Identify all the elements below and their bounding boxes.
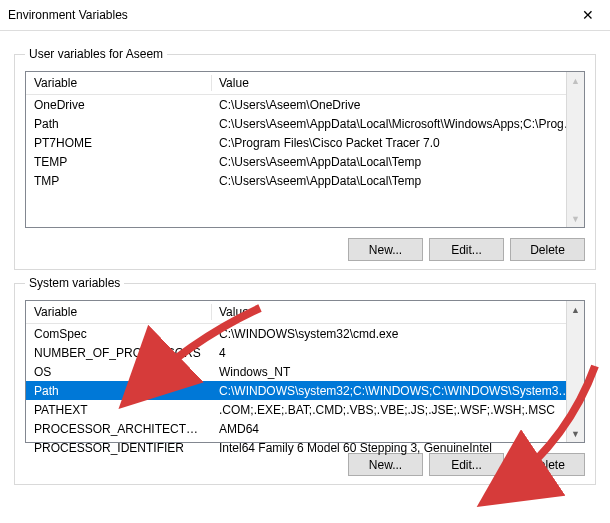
scrollbar[interactable]: ▲ ▼ — [566, 72, 584, 227]
scroll-up-icon: ▲ — [567, 301, 584, 318]
scroll-up-icon: ▲ — [567, 72, 584, 89]
window-title: Environment Variables — [8, 8, 565, 22]
variable-name: ComSpec — [26, 324, 211, 344]
scroll-down-icon: ▼ — [567, 210, 584, 227]
variable-name: Path — [26, 381, 211, 400]
variable-name: TMP — [26, 171, 211, 190]
table-row[interactable]: PATHEXT.COM;.EXE;.BAT;.CMD;.VBS;.VBE;.JS… — [26, 400, 584, 419]
variable-value: C:\Users\Aseem\OneDrive — [211, 95, 584, 115]
variable-value: .COM;.EXE;.BAT;.CMD;.VBS;.VBE;.JS;.JSE;.… — [211, 400, 584, 419]
variable-name: NUMBER_OF_PROCESSORS — [26, 343, 211, 362]
variable-name: TEMP — [26, 152, 211, 171]
variable-value: C:\Users\Aseem\AppData\Local\Temp — [211, 171, 584, 190]
table-row[interactable]: OneDriveC:\Users\Aseem\OneDrive — [26, 95, 584, 115]
variable-value: Windows_NT — [211, 362, 584, 381]
system-variables-legend: System variables — [25, 276, 124, 290]
user-edit-button[interactable]: Edit... — [429, 238, 504, 261]
title-bar: Environment Variables ✕ — [0, 0, 610, 31]
variable-value: Intel64 Family 6 Model 60 Stepping 3, Ge… — [211, 438, 584, 457]
dialog-client: User variables for Aseem Variable Value … — [0, 31, 610, 499]
variable-value: 4 — [211, 343, 584, 362]
user-variables-listview[interactable]: Variable Value OneDriveC:\Users\Aseem\On… — [25, 71, 585, 228]
variable-value: C:\WINDOWS\system32\cmd.exe — [211, 324, 584, 344]
user-new-button[interactable]: New... — [348, 238, 423, 261]
table-row[interactable]: ComSpecC:\WINDOWS\system32\cmd.exe — [26, 324, 584, 344]
table-row[interactable]: PT7HOMEC:\Program Files\Cisco Packet Tra… — [26, 133, 584, 152]
table-row[interactable]: PROCESSOR_IDENTIFIERIntel64 Family 6 Mod… — [26, 438, 584, 457]
variable-name: PATHEXT — [26, 400, 211, 419]
variable-name: OneDrive — [26, 95, 211, 115]
table-row[interactable]: PathC:\Users\Aseem\AppData\Local\Microso… — [26, 114, 584, 133]
user-buttons-row: New... Edit... Delete — [25, 238, 585, 261]
table-row[interactable]: PathC:\WINDOWS\system32;C:\WINDOWS;C:\WI… — [26, 381, 584, 400]
variable-value: C:\Users\Aseem\AppData\Local\Microsoft\W… — [211, 114, 584, 133]
column-header-value[interactable]: Value — [211, 301, 584, 324]
variable-value: C:\Users\Aseem\AppData\Local\Temp — [211, 152, 584, 171]
variable-name: Path — [26, 114, 211, 133]
table-row[interactable]: PROCESSOR_ARCHITECTUREAMD64 — [26, 419, 584, 438]
scrollbar[interactable]: ▲ ▼ — [566, 301, 584, 442]
close-button[interactable]: ✕ — [565, 0, 610, 30]
table-header-row: Variable Value — [26, 72, 584, 95]
scroll-down-icon: ▼ — [567, 425, 584, 442]
table-row[interactable]: NUMBER_OF_PROCESSORS4 — [26, 343, 584, 362]
column-header-variable[interactable]: Variable — [26, 72, 211, 95]
variable-value: AMD64 — [211, 419, 584, 438]
user-delete-button[interactable]: Delete — [510, 238, 585, 261]
variable-name: PT7HOME — [26, 133, 211, 152]
user-variables-group: User variables for Aseem Variable Value … — [14, 47, 596, 270]
user-variables-table: Variable Value OneDriveC:\Users\Aseem\On… — [26, 72, 584, 190]
table-header-row: Variable Value — [26, 301, 584, 324]
variable-value: C:\Program Files\Cisco Packet Tracer 7.0 — [211, 133, 584, 152]
close-icon: ✕ — [582, 7, 594, 23]
table-row[interactable]: TEMPC:\Users\Aseem\AppData\Local\Temp — [26, 152, 584, 171]
table-row[interactable]: OSWindows_NT — [26, 362, 584, 381]
system-variables-group: System variables Variable Value ComSpecC… — [14, 276, 596, 485]
system-variables-table: Variable Value ComSpecC:\WINDOWS\system3… — [26, 301, 584, 457]
variable-name: PROCESSOR_ARCHITECTURE — [26, 419, 211, 438]
variable-name: PROCESSOR_IDENTIFIER — [26, 438, 211, 457]
system-variables-listview[interactable]: Variable Value ComSpecC:\WINDOWS\system3… — [25, 300, 585, 443]
column-header-value[interactable]: Value — [211, 72, 584, 95]
user-variables-legend: User variables for Aseem — [25, 47, 167, 61]
column-header-variable[interactable]: Variable — [26, 301, 211, 324]
variable-name: OS — [26, 362, 211, 381]
variable-value: C:\WINDOWS\system32;C:\WINDOWS;C:\WINDOW… — [211, 381, 584, 400]
table-row[interactable]: TMPC:\Users\Aseem\AppData\Local\Temp — [26, 171, 584, 190]
